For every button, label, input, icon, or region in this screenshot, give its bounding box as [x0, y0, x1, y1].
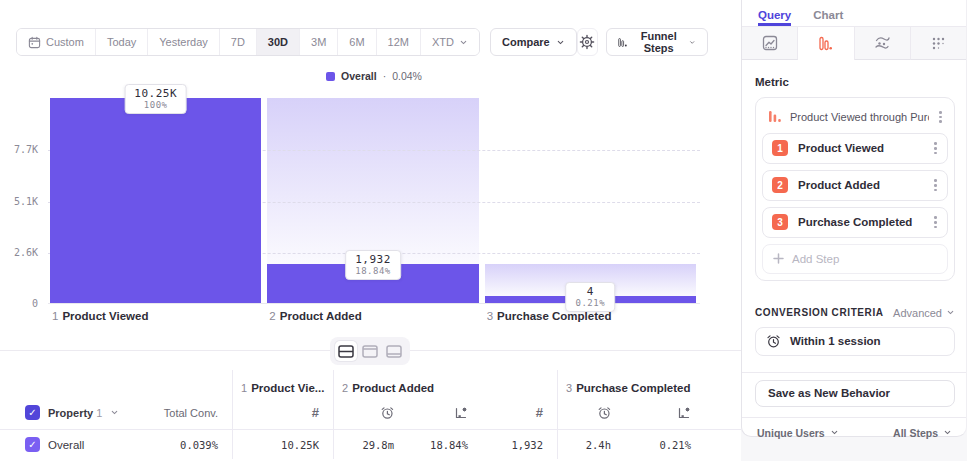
count-icon: #	[536, 405, 543, 420]
chart-type-button[interactable]: Funnel Steps	[606, 28, 708, 56]
legend-value: 0.04%	[392, 70, 422, 82]
funnel-bar-1[interactable]	[50, 98, 261, 303]
step2-time-header[interactable]	[333, 396, 408, 429]
toolbar-left: CustomTodayYesterday7D30D3M6M12MXTD Comp…	[16, 28, 577, 56]
kebab-menu-icon[interactable]	[932, 140, 939, 156]
funnel-dropoff-segment	[267, 98, 478, 264]
step2-conv-header[interactable]	[408, 396, 482, 429]
compare-button[interactable]: Compare	[490, 28, 577, 56]
chevron-down-icon	[830, 428, 839, 437]
add-step-button[interactable]: Add Step	[762, 244, 948, 274]
layout-table-icon	[386, 345, 402, 358]
range-button-today[interactable]: Today	[96, 29, 148, 55]
metric-step-1[interactable]: 1Product Viewed	[762, 133, 948, 164]
sidebar-tabs: Query Chart	[742, 0, 966, 26]
layout-split-button[interactable]	[335, 341, 357, 361]
range-button-yesterday[interactable]: Yesterday	[148, 29, 220, 55]
property-label: Property	[48, 407, 93, 419]
range-button-30d[interactable]: 30D	[257, 29, 300, 55]
step-name: Product Viewed	[62, 310, 148, 322]
table-spacer	[705, 396, 741, 429]
legend-row: Overall · 0.04%	[48, 70, 700, 82]
total-conv-header[interactable]: Total Conv.	[157, 396, 232, 429]
step-name: Product Added	[798, 179, 922, 191]
bar-value-tooltip: 1,93218.84%	[345, 250, 401, 280]
conversion-window-button[interactable]: Within 1 session	[755, 327, 955, 356]
row-label: Overall	[48, 439, 84, 451]
kebab-menu-icon[interactable]	[932, 214, 939, 230]
divider	[742, 372, 966, 373]
kebab-menu-icon[interactable]	[937, 109, 944, 125]
add-step-label: Add Step	[792, 253, 839, 265]
plus-icon	[773, 253, 784, 264]
retention-icon	[931, 36, 946, 51]
chevron-down-icon	[689, 38, 695, 47]
count-icon: #	[312, 405, 319, 420]
report-main: CustomTodayYesterday7D30D3M6M12MXTD Comp…	[0, 0, 741, 461]
table-spacer	[0, 370, 232, 396]
tooltip-percent: 18.84%	[355, 266, 391, 276]
tab-flows[interactable]	[855, 27, 911, 60]
time-to-convert-icon	[597, 406, 611, 420]
cell-step1-count: 10.25K	[232, 429, 333, 459]
conversion-window-label: Within 1 session	[790, 335, 881, 347]
group-name: Purchase Completed	[576, 382, 690, 394]
counting-method-label: Unique Users	[757, 427, 825, 439]
conversion-rate-icon	[454, 406, 468, 420]
advanced-label: Advanced	[893, 307, 942, 319]
range-button-xtd[interactable]: XTD	[421, 29, 479, 55]
step3-conv-header[interactable]	[625, 396, 705, 429]
sidebar-content: Metric Product Viewed through Purchas...…	[742, 60, 966, 439]
metric-steps: 1Product Viewed2Product Added3Purchase C…	[762, 133, 948, 238]
legend-separator: ·	[383, 70, 387, 82]
y-axis-label: 7.7K	[0, 144, 38, 155]
breakdown-table: 1 Product Vie... 2 Product Added 3 Purch…	[0, 370, 741, 459]
plot-area: 10.25K100%1,93218.84%40.21%	[48, 99, 700, 304]
steps-scope-dropdown[interactable]: All Steps	[893, 427, 952, 439]
group-name: Product Added	[352, 382, 434, 394]
step-number-badge: 2	[772, 177, 788, 193]
checkbox-overall[interactable]: ✓	[25, 437, 40, 452]
save-behavior-button[interactable]: Save as New Behavior	[755, 380, 955, 407]
tab-query[interactable]: Query	[758, 9, 791, 26]
group-name: Product Vie...	[251, 382, 324, 394]
group-number: 1	[241, 382, 247, 394]
checkbox-select-all[interactable]: ✓	[25, 405, 40, 420]
steps-scope-label: All Steps	[893, 427, 938, 439]
step1-count-header[interactable]: #	[232, 396, 333, 429]
tooltip-percent: 0.21%	[576, 298, 606, 308]
metric-step-3[interactable]: 3Purchase Completed	[762, 207, 948, 238]
metric-header[interactable]: Product Viewed through Purchas...	[762, 104, 948, 133]
tab-insights[interactable]	[742, 27, 798, 60]
layout-chart-icon	[362, 345, 378, 358]
step3-time-header[interactable]	[557, 396, 625, 429]
range-button-7d[interactable]: 7D	[220, 29, 257, 55]
table-group-step1: 1 Product Vie...	[232, 370, 333, 396]
counting-method-dropdown[interactable]: Unique Users	[757, 427, 839, 439]
tab-funnels[interactable]	[798, 27, 854, 60]
range-button-3m[interactable]: 3M	[300, 29, 338, 55]
save-behavior-label: Save as New Behavior	[768, 387, 890, 399]
step2-count-header[interactable]: #	[482, 396, 557, 429]
gear-icon	[579, 34, 595, 50]
table-group-step3: 3 Purchase Completed	[557, 370, 741, 396]
cell-step3-conv: 0.21%	[625, 429, 705, 459]
tab-chart[interactable]: Chart	[813, 9, 843, 26]
property-header[interactable]: ✓ Property1	[0, 396, 157, 429]
metric-step-2[interactable]: 2Product Added	[762, 170, 948, 201]
funnel-bars-icon	[768, 110, 782, 123]
layout-chart-button[interactable]	[359, 341, 381, 361]
tab-retention[interactable]	[911, 27, 966, 60]
layout-table-button[interactable]	[383, 341, 405, 361]
legend-series-label: Overall	[341, 70, 377, 82]
range-button-12m[interactable]: 12M	[377, 29, 421, 55]
settings-button[interactable]	[577, 28, 598, 56]
advanced-button[interactable]: Advanced	[893, 307, 955, 319]
kebab-menu-icon[interactable]	[932, 177, 939, 193]
table-row-overall[interactable]: ✓ Overall	[0, 429, 157, 459]
range-button-6m[interactable]: 6M	[338, 29, 376, 55]
query-sidebar: Query Chart Metric	[741, 0, 967, 461]
range-button-custom[interactable]: Custom	[17, 29, 96, 55]
metric-title: Product Viewed through Purchas...	[790, 111, 929, 123]
legend-overall[interactable]: Overall · 0.04%	[326, 70, 422, 82]
